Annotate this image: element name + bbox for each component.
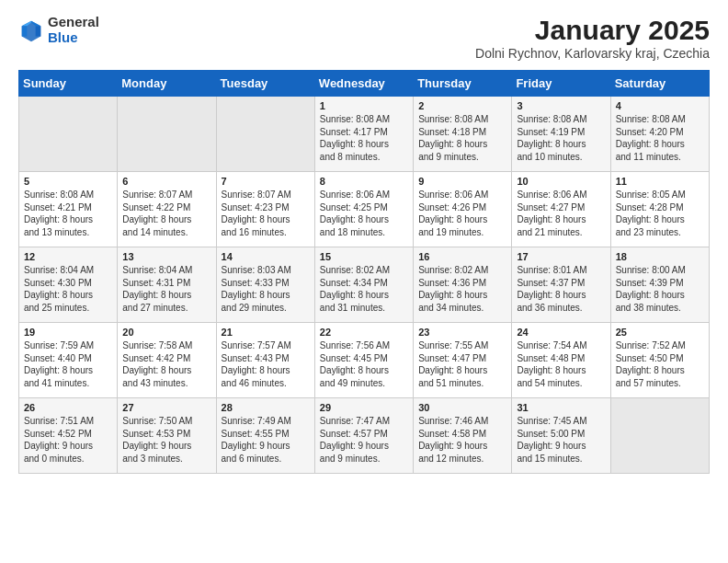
day-info: Sunrise: 7:58 AM Sunset: 4:42 PM Dayligh… — [122, 339, 210, 389]
svg-marker-4 — [22, 26, 28, 36]
svg-marker-2 — [36, 26, 41, 36]
day-number: 1 — [320, 100, 408, 111]
day-number: 15 — [320, 251, 408, 262]
weekday-header-tuesday: Tuesday — [216, 71, 314, 97]
day-number: 30 — [418, 402, 506, 413]
calendar-cell: 31Sunrise: 7:45 AM Sunset: 5:00 PM Dayli… — [512, 398, 610, 474]
logo-blue: Blue — [48, 30, 99, 46]
day-info: Sunrise: 8:08 AM Sunset: 4:19 PM Dayligh… — [517, 113, 605, 163]
day-info: Sunrise: 8:03 AM Sunset: 4:33 PM Dayligh… — [222, 264, 310, 314]
week-row-4: 19Sunrise: 7:59 AM Sunset: 4:40 PM Dayli… — [19, 323, 710, 398]
day-number: 12 — [24, 251, 112, 262]
day-info: Sunrise: 7:59 AM Sunset: 4:40 PM Dayligh… — [24, 339, 112, 389]
day-info: Sunrise: 7:49 AM Sunset: 4:55 PM Dayligh… — [222, 415, 310, 465]
day-info: Sunrise: 8:00 AM Sunset: 4:39 PM Dayligh… — [616, 264, 704, 314]
logo: General Blue — [18, 15, 99, 45]
day-number: 17 — [517, 251, 605, 262]
day-number: 29 — [320, 402, 408, 413]
header: General Blue January 2025 Dolni Rychnov,… — [18, 15, 710, 61]
calendar-cell: 25Sunrise: 7:52 AM Sunset: 4:50 PM Dayli… — [610, 323, 709, 398]
day-info: Sunrise: 7:54 AM Sunset: 4:48 PM Dayligh… — [517, 339, 605, 389]
day-info: Sunrise: 8:04 AM Sunset: 4:31 PM Dayligh… — [122, 264, 210, 314]
calendar-cell: 9Sunrise: 8:06 AM Sunset: 4:26 PM Daylig… — [414, 172, 512, 247]
calendar-cell: 14Sunrise: 8:03 AM Sunset: 4:33 PM Dayli… — [216, 247, 314, 323]
calendar-cell: 11Sunrise: 8:05 AM Sunset: 4:28 PM Dayli… — [610, 172, 709, 247]
day-info: Sunrise: 8:07 AM Sunset: 4:23 PM Dayligh… — [222, 189, 310, 238]
calendar-cell: 6Sunrise: 8:07 AM Sunset: 4:22 PM Daylig… — [118, 172, 216, 247]
day-number: 8 — [320, 176, 408, 187]
calendar-cell: 18Sunrise: 8:00 AM Sunset: 4:39 PM Dayli… — [610, 247, 709, 323]
calendar-cell: 26Sunrise: 7:51 AM Sunset: 4:52 PM Dayli… — [19, 398, 118, 474]
weekday-header-friday: Friday — [512, 71, 610, 97]
weekday-header-wednesday: Wednesday — [314, 71, 413, 97]
calendar-cell: 15Sunrise: 8:02 AM Sunset: 4:34 PM Dayli… — [314, 247, 413, 323]
day-number: 25 — [616, 327, 704, 338]
calendar-cell: 4Sunrise: 8:08 AM Sunset: 4:20 PM Daylig… — [610, 97, 709, 172]
calendar-table: SundayMondayTuesdayWednesdayThursdayFrid… — [18, 70, 710, 474]
week-row-3: 12Sunrise: 8:04 AM Sunset: 4:30 PM Dayli… — [19, 247, 710, 323]
calendar-cell — [19, 97, 118, 172]
day-info: Sunrise: 7:55 AM Sunset: 4:47 PM Dayligh… — [418, 339, 506, 389]
calendar-cell: 10Sunrise: 8:06 AM Sunset: 4:27 PM Dayli… — [512, 172, 610, 247]
day-number: 18 — [616, 251, 704, 262]
day-number: 31 — [517, 402, 605, 413]
day-info: Sunrise: 7:47 AM Sunset: 4:57 PM Dayligh… — [320, 415, 408, 465]
day-info: Sunrise: 8:07 AM Sunset: 4:22 PM Dayligh… — [122, 189, 210, 238]
weekday-header-monday: Monday — [118, 71, 216, 97]
weekday-header-saturday: Saturday — [610, 71, 709, 97]
day-number: 14 — [222, 251, 310, 262]
day-info: Sunrise: 8:06 AM Sunset: 4:26 PM Dayligh… — [418, 189, 506, 238]
day-info: Sunrise: 8:01 AM Sunset: 4:37 PM Dayligh… — [517, 264, 605, 314]
calendar-cell: 28Sunrise: 7:49 AM Sunset: 4:55 PM Dayli… — [216, 398, 314, 474]
calendar-cell: 3Sunrise: 8:08 AM Sunset: 4:19 PM Daylig… — [512, 97, 610, 172]
day-number: 19 — [24, 327, 112, 338]
weekday-header-thursday: Thursday — [414, 71, 512, 97]
day-number: 10 — [517, 176, 605, 187]
day-number: 7 — [222, 176, 310, 187]
day-number: 21 — [222, 327, 310, 338]
calendar-cell: 5Sunrise: 8:08 AM Sunset: 4:21 PM Daylig… — [19, 172, 118, 247]
day-info: Sunrise: 7:45 AM Sunset: 5:00 PM Dayligh… — [517, 415, 605, 465]
day-info: Sunrise: 8:08 AM Sunset: 4:21 PM Dayligh… — [24, 189, 112, 238]
day-number: 11 — [616, 176, 704, 187]
calendar-cell — [118, 97, 216, 172]
calendar-cell: 24Sunrise: 7:54 AM Sunset: 4:48 PM Dayli… — [512, 323, 610, 398]
calendar-cell: 16Sunrise: 8:02 AM Sunset: 4:36 PM Dayli… — [414, 247, 512, 323]
calendar-cell: 2Sunrise: 8:08 AM Sunset: 4:18 PM Daylig… — [414, 97, 512, 172]
day-number: 4 — [616, 100, 704, 111]
day-number: 5 — [24, 176, 112, 187]
day-number: 22 — [320, 327, 408, 338]
day-info: Sunrise: 8:06 AM Sunset: 4:27 PM Dayligh… — [517, 189, 605, 238]
weekday-row: SundayMondayTuesdayWednesdayThursdayFrid… — [19, 71, 710, 97]
day-info: Sunrise: 8:08 AM Sunset: 4:18 PM Dayligh… — [418, 113, 506, 163]
day-info: Sunrise: 8:04 AM Sunset: 4:30 PM Dayligh… — [24, 264, 112, 314]
calendar-body: 1Sunrise: 8:08 AM Sunset: 4:17 PM Daylig… — [19, 97, 710, 474]
calendar-cell: 13Sunrise: 8:04 AM Sunset: 4:31 PM Dayli… — [118, 247, 216, 323]
calendar-cell: 12Sunrise: 8:04 AM Sunset: 4:30 PM Dayli… — [19, 247, 118, 323]
day-number: 9 — [418, 176, 506, 187]
calendar-cell — [610, 398, 709, 474]
day-number: 20 — [122, 327, 210, 338]
day-number: 2 — [418, 100, 506, 111]
day-info: Sunrise: 7:50 AM Sunset: 4:53 PM Dayligh… — [122, 415, 210, 465]
day-info: Sunrise: 8:08 AM Sunset: 4:20 PM Dayligh… — [616, 113, 704, 163]
calendar-cell: 20Sunrise: 7:58 AM Sunset: 4:42 PM Dayli… — [118, 323, 216, 398]
calendar-cell: 17Sunrise: 8:01 AM Sunset: 4:37 PM Dayli… — [512, 247, 610, 323]
calendar-cell: 8Sunrise: 8:06 AM Sunset: 4:25 PM Daylig… — [314, 172, 413, 247]
calendar-subtitle: Dolni Rychnov, Karlovarsky kraj, Czechia — [475, 46, 710, 61]
day-info: Sunrise: 7:57 AM Sunset: 4:43 PM Dayligh… — [222, 339, 310, 389]
day-number: 26 — [24, 402, 112, 413]
logo-general: General — [48, 15, 99, 30]
logo-icon — [18, 17, 44, 43]
logo-text: General Blue — [48, 15, 99, 45]
calendar-cell: 29Sunrise: 7:47 AM Sunset: 4:57 PM Dayli… — [314, 398, 413, 474]
day-info: Sunrise: 7:46 AM Sunset: 4:58 PM Dayligh… — [418, 415, 506, 465]
day-number: 16 — [418, 251, 506, 262]
calendar-cell — [216, 97, 314, 172]
calendar-cell: 23Sunrise: 7:55 AM Sunset: 4:47 PM Dayli… — [414, 323, 512, 398]
day-info: Sunrise: 8:05 AM Sunset: 4:28 PM Dayligh… — [616, 189, 704, 238]
day-info: Sunrise: 7:56 AM Sunset: 4:45 PM Dayligh… — [320, 339, 408, 389]
calendar-cell: 22Sunrise: 7:56 AM Sunset: 4:45 PM Dayli… — [314, 323, 413, 398]
day-number: 28 — [222, 402, 310, 413]
day-number: 3 — [517, 100, 605, 111]
